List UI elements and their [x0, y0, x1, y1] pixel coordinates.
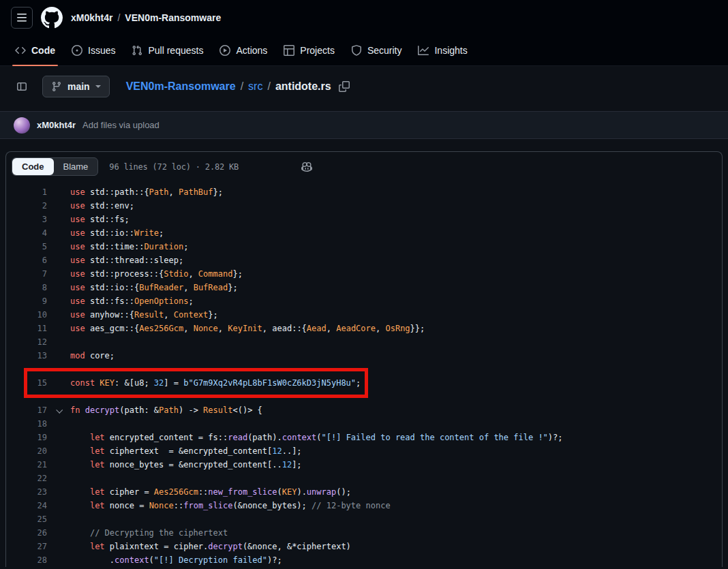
- code-text: // Decrypting the ciphertext: [70, 526, 228, 540]
- code-text: use std::fs;: [70, 213, 130, 226]
- code-text: use std::thread::sleep;: [70, 253, 183, 267]
- code-text: use std::process::{Stdio, Command};: [70, 267, 243, 281]
- code-line: 22: [6, 472, 722, 485]
- tab-actions[interactable]: Actions: [211, 35, 275, 65]
- code-line: 25: [6, 512, 722, 526]
- code-line: 27 let plaixntext = cipher.decrypt(&nonc…: [6, 540, 722, 553]
- table-icon: [284, 45, 294, 56]
- breadcrumb-repo-link[interactable]: VEN0m-Ransomware: [126, 80, 236, 93]
- branch-name: main: [67, 81, 90, 92]
- line-number[interactable]: 25: [6, 512, 47, 526]
- tab-insights[interactable]: Insights: [410, 35, 475, 65]
- line-number[interactable]: 3: [6, 213, 47, 226]
- line-number[interactable]: 28: [6, 553, 47, 567]
- title-separator: /: [117, 12, 120, 23]
- commit-author[interactable]: xM0kht4r: [37, 120, 76, 130]
- fold-toggle-icon[interactable]: [47, 408, 70, 413]
- line-number[interactable]: 7: [6, 267, 47, 281]
- code-line: 9use std::fs::OpenOptions;: [6, 294, 722, 308]
- code-line: 21 let nonce_bytes = &encrypted_content[…: [6, 458, 722, 472]
- code-line: 17fn decrypt(path: &Path) -> Result<()> …: [6, 403, 722, 417]
- line-number[interactable]: 23: [6, 485, 47, 499]
- code-line: 1use std::path::{Path, PathBuf};: [6, 185, 722, 199]
- line-number[interactable]: 1: [6, 185, 47, 199]
- line-number[interactable]: 15: [6, 376, 47, 390]
- tab-label: Pull requests: [148, 45, 203, 56]
- code-text: mod core;: [70, 349, 115, 363]
- line-number[interactable]: 8: [6, 281, 47, 294]
- code-line: 2use std::env;: [6, 199, 722, 213]
- tab-label: Issues: [88, 45, 115, 56]
- line-number[interactable]: 13: [6, 349, 47, 363]
- tab-label: Security: [367, 45, 402, 56]
- code-line: [6, 390, 722, 403]
- code-line: 11use aes_gcm::{Aes256Gcm, Nonce, KeyIni…: [6, 322, 722, 335]
- code-line: 23 let cipher = Aes256Gcm::new_from_slic…: [6, 485, 722, 499]
- github-file-page: { "colors": { "page_bg": "#0d1117", "hea…: [0, 0, 728, 569]
- line-number[interactable]: 26: [6, 526, 47, 540]
- tab-projects[interactable]: Projects: [275, 35, 343, 65]
- code-text: use std::path::{Path, PathBuf};: [70, 185, 223, 199]
- copilot-button[interactable]: [301, 162, 312, 172]
- code-line: 12: [6, 335, 722, 349]
- code-text: use std::io::Write;: [70, 226, 164, 240]
- repo-context-title: xM0kht4r / VEN0m-Ransomware: [71, 12, 221, 23]
- tab-label: Actions: [236, 45, 267, 56]
- hamburger-menu-button[interactable]: [11, 7, 33, 29]
- copy-path-button[interactable]: [339, 81, 350, 92]
- code-line: 15const KEY: &[u8; 32] = b"G7m9Xq2vR4pL8…: [6, 376, 722, 390]
- line-number[interactable]: 17: [6, 403, 47, 417]
- line-number[interactable]: 10: [6, 308, 47, 322]
- tab-label: Code: [31, 45, 55, 56]
- code-line: 18: [6, 417, 722, 431]
- line-number[interactable]: 18: [6, 417, 47, 431]
- code-icon: [15, 45, 26, 56]
- three-bars-icon: [16, 12, 27, 23]
- code-line: 19 let encrypted_content = fs::read(path…: [6, 431, 722, 444]
- line-number[interactable]: 19: [6, 431, 47, 444]
- code-text: const KEY: &[u8; 32] = b"G7m9Xq2vR4pL8bF…: [70, 376, 361, 390]
- code-line: 8use std::io::{BufReader, BufRead};: [6, 281, 722, 294]
- sidebar-panel-icon: [16, 81, 27, 92]
- code-text: use std::env;: [70, 199, 134, 213]
- tab-code[interactable]: Code: [7, 35, 63, 65]
- breadcrumb-file-name: antidote.rs: [275, 80, 331, 93]
- line-number[interactable]: 24: [6, 499, 47, 512]
- latest-commit-bar: xM0kht4r Add files via upload: [0, 111, 728, 139]
- code-text: use std::fs::OpenOptions;: [70, 294, 194, 308]
- code-text: let cipher = Aes256Gcm::new_from_slice(K…: [70, 485, 351, 499]
- line-number[interactable]: 11: [6, 322, 47, 335]
- line-number[interactable]: 9: [6, 294, 47, 308]
- line-number[interactable]: 2: [6, 199, 47, 213]
- code-view-button[interactable]: Code: [12, 158, 54, 175]
- code-text: let ciphertext = &encrypted_content[12..…: [70, 444, 302, 458]
- line-number[interactable]: 4: [6, 226, 47, 240]
- code-text: .context("[!] Decryption failed")?;: [70, 553, 282, 567]
- file-nav-row: main VEN0m-Ransomware / src / antidote.r…: [0, 66, 728, 111]
- line-number[interactable]: 22: [6, 472, 47, 485]
- line-number[interactable]: 27: [6, 540, 47, 553]
- line-number[interactable]: 21: [6, 458, 47, 472]
- line-number[interactable]: 12: [6, 335, 47, 349]
- tab-pull-requests[interactable]: Pull requests: [123, 35, 211, 65]
- avatar[interactable]: [14, 117, 30, 134]
- blame-view-button[interactable]: Blame: [54, 158, 98, 175]
- repo-name-link[interactable]: VEN0m-Ransomware: [125, 12, 221, 23]
- sidebar-toggle-button[interactable]: [11, 76, 33, 97]
- branch-selector-button[interactable]: main: [42, 76, 110, 97]
- file-header: Code Blame 96 lines (72 loc) · 2.82 KB: [6, 152, 722, 181]
- issue-opened-icon: [72, 45, 82, 56]
- line-number[interactable]: 5: [6, 240, 47, 253]
- code-line: 6use std::thread::sleep;: [6, 253, 722, 267]
- breadcrumb-dir-link[interactable]: src: [248, 80, 262, 93]
- commit-message[interactable]: Add files via upload: [82, 120, 160, 130]
- repo-owner-link[interactable]: xM0kht4r: [71, 12, 112, 23]
- tab-issues[interactable]: Issues: [63, 35, 123, 65]
- breadcrumb-separator: /: [267, 80, 270, 93]
- code-text: let plaixntext = cipher.decrypt(&nonce, …: [70, 540, 351, 553]
- line-number[interactable]: 6: [6, 253, 47, 267]
- line-number[interactable]: 20: [6, 444, 47, 458]
- tab-security[interactable]: Security: [343, 35, 410, 65]
- code-line: 5use std::time::Duration;: [6, 240, 722, 253]
- github-logo[interactable]: [41, 7, 63, 29]
